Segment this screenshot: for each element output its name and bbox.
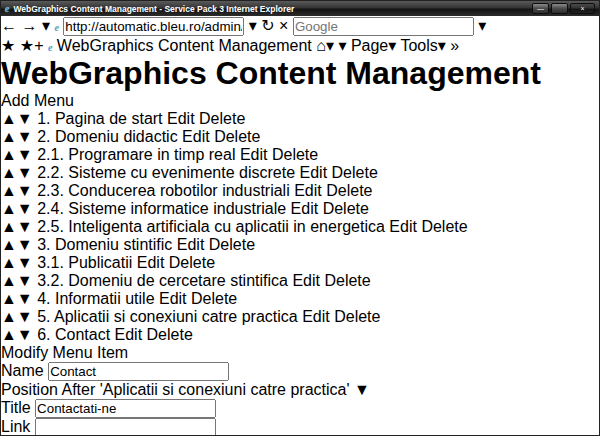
delete-link[interactable]: Delete (209, 236, 255, 253)
page-dropdown-icon[interactable]: ▾ (388, 37, 396, 54)
delete-link[interactable]: Delete (147, 326, 193, 343)
move-down-icon[interactable]: ▼ (17, 218, 33, 235)
delete-link[interactable]: Delete (272, 146, 318, 163)
menu-item-link[interactable]: 2. Domeniu didactic (37, 128, 178, 145)
move-down-icon[interactable]: ▼ (17, 290, 33, 307)
move-up-icon[interactable]: ▲ (1, 110, 17, 127)
move-down-icon[interactable]: ▼ (17, 164, 33, 181)
move-down-icon[interactable]: ▼ (17, 236, 33, 253)
move-up-icon[interactable]: ▲ (1, 254, 17, 271)
minimize-button[interactable]: — (532, 3, 549, 14)
modify-menu-item-link[interactable]: Modify Menu Item (1, 344, 128, 361)
close-button[interactable]: × (570, 3, 595, 14)
move-up-icon[interactable]: ▲ (1, 308, 17, 325)
address-dropdown-button[interactable]: ▾ (249, 17, 257, 34)
page-title[interactable]: WebGraphics Content Management (1, 55, 599, 92)
link-label: Link (1, 418, 30, 435)
move-up-icon[interactable]: ▲ (1, 128, 17, 145)
move-up-icon[interactable]: ▲ (1, 326, 17, 343)
menu-item-link[interactable]: 1. Pagina de start (37, 110, 162, 127)
move-down-icon[interactable]: ▼ (17, 272, 33, 289)
move-down-icon[interactable]: ▼ (17, 254, 33, 271)
move-down-icon[interactable]: ▼ (17, 128, 33, 145)
edit-link[interactable]: Edit (294, 182, 322, 199)
edit-link[interactable]: Edit (167, 110, 195, 127)
move-up-icon[interactable]: ▲ (1, 218, 17, 235)
history-dropdown-icon[interactable]: ▾ (42, 17, 50, 34)
menu-item-link[interactable]: 5. Aplicatii si conexiuni catre practica (37, 308, 298, 325)
toolbar-overflow-icon[interactable]: » (450, 37, 459, 54)
delete-link[interactable]: Delete (191, 290, 237, 307)
name-field[interactable] (48, 362, 229, 381)
move-down-icon[interactable]: ▼ (17, 110, 33, 127)
title-field[interactable] (35, 399, 216, 418)
active-tab[interactable]: e WebGraphics Content Management (48, 37, 316, 54)
menu-item-link[interactable]: 6. Contact (37, 326, 110, 343)
menu-item-link[interactable]: 2.4. Sisteme informatice industriale (37, 200, 286, 217)
add-favorite-icon[interactable]: ★+ (20, 37, 44, 54)
back-button[interactable]: ← (1, 17, 17, 34)
position-select[interactable]: After 'Aplicatii si conexiuni catre prac… (61, 381, 369, 398)
edit-link[interactable]: Edit (115, 326, 143, 343)
move-up-icon[interactable]: ▲ (1, 290, 17, 307)
stop-button[interactable]: × (279, 17, 288, 34)
edit-link[interactable]: Edit (137, 254, 165, 271)
menu-item-link[interactable]: 2.5. Inteligenta artificiala cu aplicati… (37, 218, 385, 235)
search-input[interactable] (293, 17, 474, 36)
edit-link[interactable]: Edit (291, 200, 319, 217)
window-title: WebGraphics Content Management - Service… (13, 4, 528, 14)
delete-link[interactable]: Delete (421, 218, 467, 235)
home-dropdown-icon[interactable]: ▾ (326, 37, 334, 54)
search-options-icon[interactable]: ▾ (478, 17, 486, 34)
menu-item-link[interactable]: 2.1. Programare in timp real (37, 146, 235, 163)
edit-link[interactable]: Edit (389, 218, 417, 235)
delete-link[interactable]: Delete (323, 200, 369, 217)
edit-link[interactable]: Edit (182, 128, 210, 145)
address-field[interactable]: e (54, 17, 248, 34)
move-down-icon[interactable]: ▼ (17, 182, 33, 199)
forward-button[interactable]: → (21, 17, 37, 34)
menu-item-link[interactable]: 2.2. Sisteme cu evenimente discrete (37, 164, 295, 181)
edit-link[interactable]: Edit (159, 290, 187, 307)
tools-menu-label[interactable]: Tools (400, 37, 437, 54)
move-down-icon[interactable]: ▼ (17, 146, 33, 163)
delete-link[interactable]: Delete (199, 110, 245, 127)
delete-link[interactable]: Delete (332, 164, 378, 181)
delete-link[interactable]: Delete (324, 272, 370, 289)
tools-dropdown-icon[interactable]: ▾ (438, 37, 446, 54)
edit-link[interactable]: Edit (177, 236, 205, 253)
move-up-icon[interactable]: ▲ (1, 236, 17, 253)
link-field[interactable] (35, 418, 216, 436)
move-down-icon[interactable]: ▼ (17, 326, 33, 343)
add-menu-link[interactable]: Add Menu (1, 92, 74, 109)
move-up-icon[interactable]: ▲ (1, 272, 17, 289)
menu-item-link[interactable]: 3.2. Domeniu de cercetare stintifica (37, 272, 288, 289)
move-up-icon[interactable]: ▲ (1, 200, 17, 217)
restore-button[interactable] (551, 3, 568, 14)
delete-link[interactable]: Delete (326, 182, 372, 199)
favorites-star-icon[interactable]: ★ (1, 37, 15, 54)
refresh-button[interactable]: ↻ (261, 17, 274, 34)
move-up-icon[interactable]: ▲ (1, 146, 17, 163)
edit-link[interactable]: Edit (302, 308, 330, 325)
home-icon[interactable]: ⌂ (316, 37, 326, 54)
edit-link[interactable]: Edit (300, 164, 328, 181)
edit-link[interactable]: Edit (240, 146, 268, 163)
delete-link[interactable]: Delete (334, 308, 380, 325)
menu-item-link[interactable]: 2.3. Conducerea robotilor industriali (37, 182, 290, 199)
delete-link[interactable]: Delete (169, 254, 215, 271)
page-menu-label[interactable]: Page (351, 37, 388, 54)
move-up-icon[interactable]: ▲ (1, 182, 17, 199)
move-down-icon[interactable]: ▼ (17, 308, 33, 325)
menu-item-link[interactable]: 4. Informatii utile (37, 290, 154, 307)
menu-item-link[interactable]: 3.1. Publicatii (37, 254, 132, 271)
url-input[interactable] (63, 17, 244, 36)
print-dropdown-icon[interactable]: ▾ (338, 37, 346, 54)
move-down-icon[interactable]: ▼ (17, 200, 33, 217)
chevron-down-icon[interactable]: ▼ (354, 381, 370, 398)
edit-link[interactable]: Edit (292, 272, 320, 289)
delete-link[interactable]: Delete (214, 128, 260, 145)
menu-item-link[interactable]: 3. Domeniu stintific (37, 236, 172, 253)
search-box[interactable]: ▾ (293, 17, 486, 34)
move-up-icon[interactable]: ▲ (1, 164, 17, 181)
